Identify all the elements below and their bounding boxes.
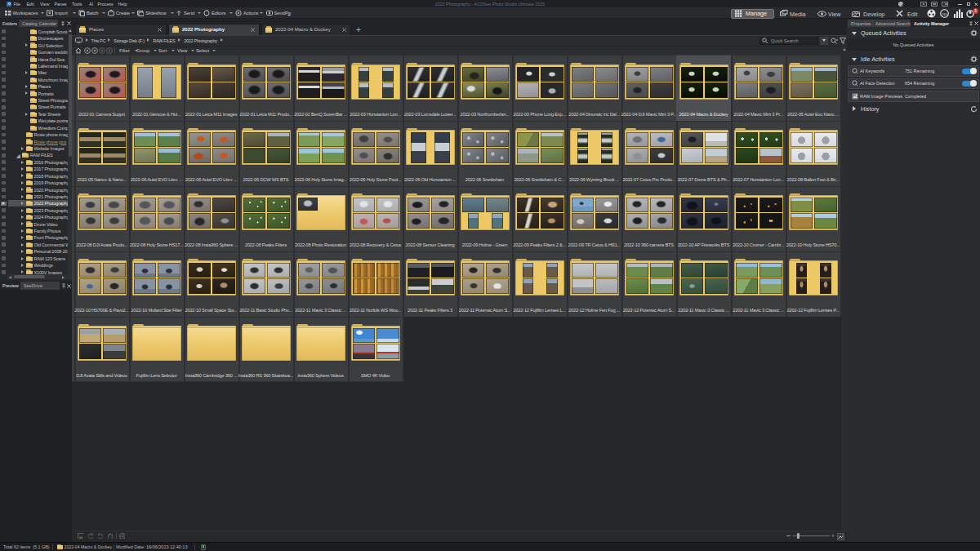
svg-text:360: 360 [942,12,947,16]
